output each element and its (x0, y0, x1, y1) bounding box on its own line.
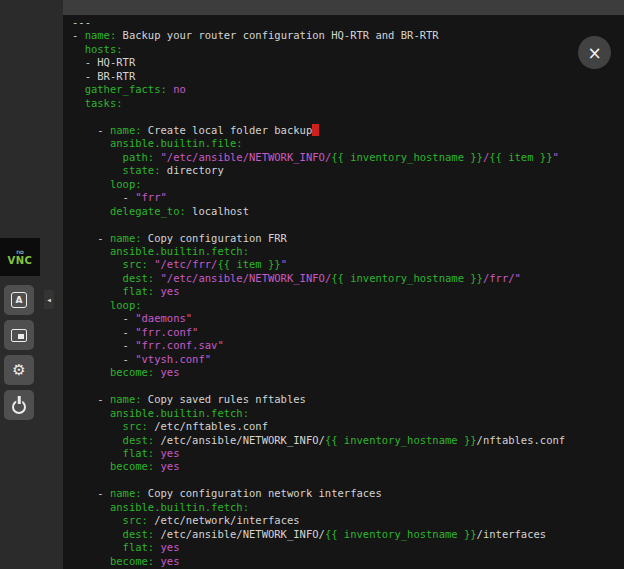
code-segment: name: (85, 29, 117, 41)
toolbar-collapse-handle[interactable]: ◀ (44, 290, 54, 309)
code-segment: tasks: (85, 97, 123, 109)
code-segment (72, 514, 123, 526)
chevron-left-icon: ◀ (47, 296, 51, 303)
code-line: become: yes (72, 366, 624, 379)
code-segment (72, 272, 123, 284)
settings-button[interactable]: ⚙ (4, 355, 34, 385)
fullscreen-button[interactable] (4, 320, 34, 350)
code-segment (72, 43, 85, 55)
code-segment: {{ inventory_hostname }} (331, 272, 483, 284)
keyboard-button[interactable]: A (4, 285, 34, 315)
code-line: src: /etc/network/interfaces (72, 514, 624, 527)
code-segment: /frr/" (483, 272, 521, 284)
code-segment: - (72, 124, 110, 136)
code-segment: {{ inventory_hostname }} (325, 434, 477, 446)
code-line: dest: /etc/ansible/NETWORK_INFO/{{ inven… (72, 528, 624, 541)
code-line: - HQ-RTR (72, 56, 624, 69)
text-cursor (312, 124, 318, 136)
code-line: ansible.builtin.file: (72, 137, 624, 150)
code-segment: ansible.builtin.fetch: (110, 407, 249, 419)
code-segment: /etc/ansible/NETWORK_INFO/ (154, 528, 325, 540)
code-segment: src: (123, 420, 148, 432)
code-segment (72, 245, 110, 257)
code-segment: Copy configuration network interfaces (142, 487, 382, 499)
code-segment: Copy configuration FRR (142, 232, 287, 244)
code-segment: yes (161, 447, 180, 459)
code-segment: - (72, 232, 110, 244)
code-segment: "frr.conf" (135, 326, 198, 338)
code-line (72, 380, 624, 393)
code-segment: ansible.builtin.fetch: (110, 501, 249, 513)
code-line: - "daemons" (72, 312, 624, 325)
code-segment: - (72, 191, 135, 203)
code-segment (72, 407, 110, 419)
code-segment (72, 420, 123, 432)
code-segment: {{ item }} (217, 258, 280, 270)
code-line (72, 474, 624, 487)
code-segment: src: (123, 258, 148, 270)
code-segment (72, 299, 110, 311)
code-segment (72, 555, 110, 567)
code-segment: ansible.builtin.file: (110, 137, 243, 149)
code-segment (72, 137, 110, 149)
code-segment (72, 528, 123, 540)
code-segment (72, 151, 123, 163)
code-line: gather_facts: no (72, 83, 624, 96)
code-segment: Create local folder backup (142, 124, 313, 136)
vnc-logo-text: VNC (8, 255, 33, 266)
code-segment (72, 258, 123, 270)
code-segment: /etc/nftables.conf (148, 420, 268, 432)
code-line: - name: Copy configuration FRR (72, 232, 624, 245)
code-segment (72, 97, 85, 109)
code-segment: yes (161, 541, 180, 553)
code-segment (72, 205, 110, 217)
code-segment: become: (110, 555, 154, 567)
code-segment: flat: (123, 447, 155, 459)
vnc-logo[interactable]: no VNC (0, 238, 40, 276)
close-button[interactable]: × (578, 36, 611, 69)
code-segment: flat: (123, 285, 155, 297)
code-line: become: yes (72, 460, 624, 473)
terminal-window: GNU nano 7.2 /etc/ansible/b ---- name: B… (63, 0, 624, 569)
code-segment (72, 83, 85, 95)
code-line: src: "/etc/frr/{{ item }}" (72, 258, 624, 271)
code-segment: "/etc/ansible/NETWORK_INFO/ (161, 272, 332, 284)
code-segment (72, 366, 110, 378)
code-segment: yes (161, 460, 180, 472)
gear-icon: ⚙ (12, 363, 25, 378)
code-segment: " (552, 151, 558, 163)
code-segment: - (72, 487, 110, 499)
code-segment: - HQ-RTR (72, 56, 135, 68)
code-line: loop: (72, 299, 624, 312)
code-segment: - (72, 326, 135, 338)
code-segment: "frr.conf.sav" (135, 339, 224, 351)
code-segment: --- (72, 16, 91, 28)
code-area[interactable]: ---- name: Backup your router configurat… (72, 16, 624, 569)
code-line: ansible.builtin.fetch: (72, 501, 624, 514)
power-button[interactable] (4, 390, 34, 420)
code-line: dest: /etc/ansible/NETWORK_INFO/{{ inven… (72, 434, 624, 447)
code-line: loop: (72, 178, 624, 191)
code-segment: dest: (123, 528, 155, 540)
code-segment: "daemons" (135, 312, 192, 324)
code-segment: /nftables.conf (477, 434, 566, 446)
code-segment: /interfaces (477, 528, 547, 540)
code-segment: - (72, 393, 110, 405)
code-segment (72, 164, 123, 176)
vnc-logo-no-text: no (16, 248, 23, 255)
code-segment: name: (110, 393, 142, 405)
code-segment: ansible.builtin.fetch: (110, 245, 249, 257)
code-segment: loop: (110, 178, 142, 190)
code-segment (72, 541, 123, 553)
code-segment: flat: (123, 541, 155, 553)
code-segment: "vtysh.conf" (135, 353, 211, 365)
code-segment: directory (161, 164, 224, 176)
code-segment: name: (110, 124, 142, 136)
code-segment: src: (123, 514, 148, 526)
code-segment (72, 501, 110, 513)
nano-titlebar: GNU nano 7.2 /etc/ansible/b (63, 0, 624, 15)
code-line: delegate_to: localhost (72, 205, 624, 218)
code-line: ansible.builtin.fetch: (72, 245, 624, 258)
code-line: - name: Create local folder backup (72, 124, 624, 137)
vnc-toolbar: no VNC ◀ A ⚙ (0, 238, 63, 428)
